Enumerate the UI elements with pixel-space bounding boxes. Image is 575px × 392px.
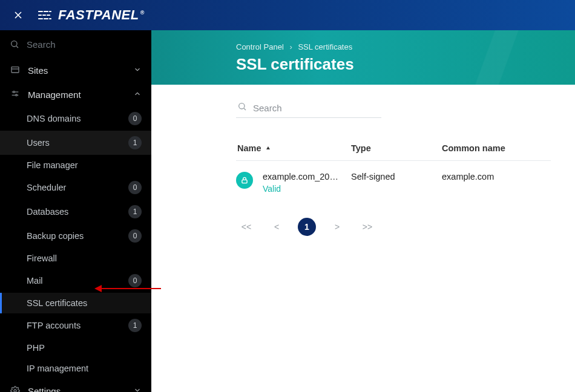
lock-icon: [236, 172, 253, 189]
sidebar-item-php[interactable]: PHP: [0, 338, 151, 358]
count-badge: 0: [128, 181, 142, 194]
sidebar-item-backup-copies[interactable]: Backup copies 0: [0, 224, 151, 248]
pager-first[interactable]: <<: [237, 218, 255, 236]
chevron-down-icon: [133, 386, 142, 393]
sidebar-search[interactable]: [0, 30, 151, 58]
sidebar-item-mail[interactable]: Mail 0: [0, 269, 151, 293]
sidebar-item-scheduler[interactable]: Scheduler 0: [0, 175, 151, 200]
svg-point-10: [16, 94, 18, 96]
sort-asc-icon: [265, 143, 271, 153]
sidebar-item-label: DNS domains: [27, 114, 128, 123]
sidebar-item-label: Databases: [27, 207, 128, 217]
count-badge: 1: [128, 136, 142, 149]
svg-point-3: [12, 41, 17, 47]
logo-icon: [38, 9, 53, 21]
sidebar-item-label: Sites: [28, 65, 126, 76]
column-header-label: Type: [351, 143, 371, 153]
table-row[interactable]: example.com_2023-… Valid Self-signed exa…: [236, 161, 551, 194]
svg-rect-5: [12, 67, 19, 73]
sidebar-item-sites[interactable]: Sites: [0, 58, 151, 82]
sidebar-item-label: Scheduler: [27, 183, 128, 192]
ssl-table: Name Type Common name example.: [236, 143, 551, 194]
sidebar-item-label: File manager: [27, 160, 142, 170]
svg-marker-14: [266, 146, 270, 149]
page-title: SSL certificates: [236, 55, 575, 74]
cert-name: example.com_2023-…: [263, 172, 341, 181]
count-badge: 1: [128, 205, 142, 218]
sidebar: Sites Management DNS domains 0 Users 1 F…: [0, 30, 151, 392]
column-header-label: Common name: [442, 143, 505, 153]
close-icon: [12, 9, 24, 21]
sidebar-item-label: Mail: [27, 276, 128, 286]
pager-last[interactable]: >>: [358, 218, 376, 236]
count-badge: 0: [128, 112, 142, 125]
sidebar-item-ip-management[interactable]: IP management: [0, 358, 151, 379]
chevron-down-icon: [133, 65, 142, 76]
svg-point-12: [239, 103, 245, 109]
cert-common-name: example.com: [442, 172, 551, 181]
svg-point-8: [13, 91, 15, 93]
count-badge: 0: [128, 274, 142, 287]
breadcrumb: Control Panel › SSL certificates: [236, 42, 575, 51]
page-header: Control Panel › SSL certificates SSL cer…: [151, 30, 575, 85]
cert-status: Valid: [263, 184, 341, 194]
sidebar-search-input[interactable]: [27, 39, 142, 50]
svg-point-11: [14, 390, 16, 392]
gear-icon: [10, 385, 21, 392]
sidebar-item-dns-domains[interactable]: DNS domains 0: [0, 106, 151, 131]
column-header-common-name[interactable]: Common name: [442, 143, 551, 153]
sidebar-item-label: Users: [27, 138, 128, 148]
chevron-right-icon: ›: [289, 42, 292, 51]
pager-page-1[interactable]: 1: [298, 218, 316, 236]
sidebar-item-ssl-certificates[interactable]: SSL certificates: [0, 293, 151, 313]
sidebar-item-label: FTP accounts: [27, 321, 128, 330]
sidebar-item-management[interactable]: Management: [0, 82, 151, 106]
pager-next[interactable]: >: [328, 218, 346, 236]
search-icon: [237, 102, 247, 114]
topbar: FASTPANEL®: [0, 0, 575, 30]
sidebar-item-firewall[interactable]: Firewall: [0, 248, 151, 269]
svg-line-4: [16, 46, 18, 48]
table-header: Name Type Common name: [236, 143, 551, 161]
count-badge: 0: [128, 229, 142, 243]
column-header-type[interactable]: Type: [351, 143, 442, 153]
sidebar-item-label: PHP: [27, 343, 142, 353]
cert-type: Self-signed: [351, 172, 442, 181]
sidebar-item-settings[interactable]: Settings: [0, 379, 151, 392]
svg-rect-15: [242, 180, 247, 183]
search-icon: [10, 39, 19, 50]
column-header-label: Name: [237, 143, 261, 153]
sliders-icon: [10, 89, 21, 100]
column-header-name[interactable]: Name: [236, 143, 351, 153]
sidebar-item-label: Settings: [28, 386, 126, 393]
breadcrumb-current: SSL certificates: [298, 42, 352, 51]
brand-name: FASTPANEL®: [58, 7, 145, 23]
sidebar-item-label: Backup copies: [27, 231, 128, 241]
sidebar-item-users[interactable]: Users 1: [0, 131, 151, 155]
ssl-search[interactable]: [236, 99, 381, 118]
sidebar-item-label: Management: [28, 90, 126, 100]
sites-icon: [10, 65, 21, 76]
close-button[interactable]: [8, 5, 28, 25]
sidebar-item-databases[interactable]: Databases 1: [0, 200, 151, 224]
count-badge: 1: [128, 319, 142, 332]
main-content: Control Panel › SSL certificates SSL cer…: [151, 30, 575, 392]
sidebar-item-file-manager[interactable]: File manager: [0, 155, 151, 175]
sidebar-item-label: IP management: [27, 364, 142, 373]
ssl-search-input[interactable]: [253, 103, 380, 113]
pager-prev[interactable]: <: [268, 218, 286, 236]
sidebar-item-ftp-accounts[interactable]: FTP accounts 1: [0, 313, 151, 338]
chevron-up-icon: [133, 90, 142, 100]
svg-line-13: [244, 108, 246, 110]
breadcrumb-root[interactable]: Control Panel: [236, 42, 284, 51]
pagination: << < 1 > >>: [236, 218, 575, 236]
sidebar-item-label: Firewall: [27, 253, 142, 263]
brand-logo[interactable]: FASTPANEL®: [38, 7, 145, 23]
sidebar-item-label: SSL certificates: [27, 298, 142, 308]
